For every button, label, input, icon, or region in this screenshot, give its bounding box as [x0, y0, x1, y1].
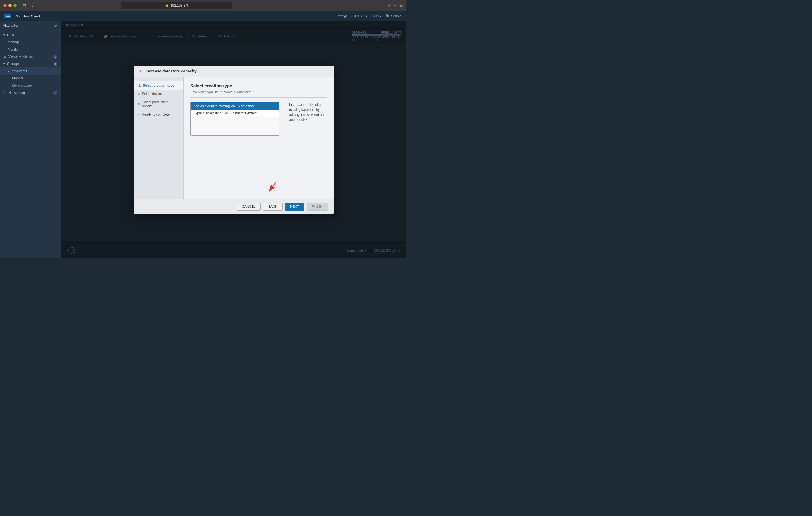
back-button[interactable]: BACK — [263, 203, 283, 210]
main-layout: Navigator ≫ ▾ Host Manage Monitor ⊞ V — [0, 21, 406, 258]
selection-description: Increase the size of an existing datasto… — [289, 102, 327, 122]
dialog-content-title: Select creation type — [190, 84, 327, 89]
modal-overlay: +↑ Increase datastore capacity 1 Select … — [61, 21, 406, 258]
sidebar-item-vms[interactable]: ⊞ Virtual Machines 2 — [0, 53, 61, 60]
next-arrow-pointer — [265, 181, 281, 195]
sidebar-item-monitor-storage[interactable]: Monitor — [0, 75, 61, 82]
dialog-step-1[interactable]: 1 Select creation type — [134, 81, 183, 90]
next-button[interactable]: NEXT — [285, 203, 304, 210]
vm-logo: vm — [4, 15, 11, 18]
step4-label: Ready to complete — [142, 113, 170, 116]
sidebar-item-datastore1[interactable]: ▸ datastore1 — [0, 67, 61, 75]
browser-dots — [3, 4, 17, 7]
sidebar-header: Navigator ≫ — [0, 21, 61, 30]
sidebar-item-host[interactable]: ▾ Host — [0, 31, 61, 38]
help-menu[interactable]: Help ▾ — [372, 14, 381, 18]
dialog-content: Select creation type How would you like … — [183, 77, 334, 199]
datastore1-label: datastore1 — [12, 69, 28, 73]
more-storage-label: More storage... — [12, 84, 35, 87]
dialog-step-2[interactable]: 2 Select device — [134, 90, 183, 98]
sidebar-item-storage[interactable]: ▾ Storage 1 — [0, 60, 61, 67]
step4-num: 4 — [138, 113, 140, 116]
monitor-host-label: Monitor — [8, 48, 19, 51]
url-text: 192.168.8.8 — [171, 4, 188, 7]
host-icon: ▾ — [3, 33, 5, 37]
dialog-header-icon: +↑ — [139, 69, 143, 73]
networking-label: Networking — [8, 91, 25, 95]
user-chevron-icon: ▾ — [366, 14, 367, 18]
step2-label: Select device — [142, 92, 162, 96]
cancel-button[interactable]: CANCEL — [237, 203, 261, 210]
address-bar[interactable]: 🔒 192.168.8.8 — [121, 2, 232, 9]
minimize-dot[interactable] — [8, 4, 12, 7]
sidebar-item-networking[interactable]: ⬡ Networking 2 — [0, 89, 61, 96]
sidebar-toggle-btn[interactable]: ⊡ — [21, 3, 28, 8]
share-icon[interactable]: ⎋ — [388, 3, 390, 8]
sidebar-section: ▾ Host Manage Monitor ⊞ Virtual Machines… — [0, 30, 61, 97]
sidebar-item-manage[interactable]: Manage — [0, 38, 61, 46]
svg-line-1 — [269, 182, 276, 192]
vms-icon: ⊞ — [3, 55, 6, 59]
help-chevron-icon: ▾ — [380, 14, 381, 18]
content-area: ▣ datastore1 ⊞ Register a VM 📁 Datastore… — [61, 21, 406, 258]
sidebar-item-monitor-host[interactable]: Monitor — [0, 46, 61, 53]
vms-label: Virtual Machines — [8, 55, 33, 59]
manage-label: Manage — [8, 40, 20, 44]
vms-badge: 2 — [53, 55, 57, 59]
lock-icon: 🔒 — [165, 4, 169, 7]
close-dot[interactable] — [3, 4, 7, 7]
search-btn[interactable]: 🔍 Search — [386, 14, 402, 18]
search-label: Search — [391, 14, 402, 18]
sidebar: Navigator ≫ ▾ Host Manage Monitor ⊞ V — [0, 21, 61, 258]
dialog-steps: 1 Select creation type 2 Select device 3… — [134, 77, 183, 199]
dialog-header: +↑ Increase datastore capacity — [134, 65, 334, 77]
dialog-step-4[interactable]: 4 Ready to complete — [134, 110, 183, 119]
browser-nav: ⊡ ‹ › — [21, 3, 41, 8]
step2-num: 2 — [138, 92, 140, 95]
topbar-title: ESXi Host Client — [13, 14, 40, 18]
storage-label: Storage — [7, 62, 19, 66]
user-menu[interactable]: root@192.168.8.8 ▾ — [338, 14, 367, 18]
finish-button[interactable]: FINISH — [307, 203, 328, 210]
sidebar-collapse-btn[interactable]: ≫ — [53, 23, 57, 28]
networking-badge: 2 — [53, 91, 57, 95]
networking-icon: ⬡ — [3, 91, 6, 95]
back-btn[interactable]: ‹ — [30, 3, 35, 8]
topbar-right: root@192.168.8.8 ▾ Help ▾ 🔍 Search — [338, 14, 402, 18]
monitor-storage-label: Monitor — [12, 76, 23, 80]
dialog: +↑ Increase datastore capacity 1 Select … — [134, 65, 334, 214]
maximize-dot[interactable] — [13, 4, 17, 7]
storage-badge: 1 — [53, 62, 57, 66]
new-tab-icon[interactable]: ＋ — [393, 3, 397, 8]
dialog-body: 1 Select creation type 2 Select device 3… — [134, 77, 334, 199]
selection-area: Add an extent to existing VMFS datastore… — [190, 102, 327, 136]
option-expand-extent[interactable]: Expand an existing VMFS datastore extent — [191, 110, 279, 117]
tabs-icon[interactable]: ⧉ — [400, 3, 403, 8]
help-label: Help — [372, 14, 378, 18]
sidebar-title: Navigator — [3, 24, 19, 28]
step3-num: 3 — [138, 103, 140, 106]
search-icon: 🔍 — [386, 14, 390, 18]
selection-list: Add an extent to existing VMFS datastore… — [190, 102, 279, 136]
browser-chrome: ⊡ ‹ › 🔒 192.168.8.8 ⎋ ＋ ⧉ — [0, 0, 406, 11]
sidebar-item-more-storage[interactable]: More storage... — [0, 82, 61, 89]
topbar: vm ESXi Host Client root@192.168.8.8 ▾ H… — [0, 11, 406, 21]
host-label: Host — [7, 33, 14, 37]
dialog-header-title: Increase datastore capacity — [146, 69, 197, 73]
step1-num: 1 — [139, 84, 141, 87]
option-add-extent[interactable]: Add an extent to existing VMFS datastore — [191, 103, 279, 110]
browser-actions: ⎋ ＋ ⧉ — [388, 3, 403, 8]
topbar-left: vm ESXi Host Client — [4, 14, 40, 18]
app: vm ESXi Host Client root@192.168.8.8 ▾ H… — [0, 11, 406, 258]
dialog-step-3[interactable]: 3 Select partitioning options — [134, 98, 183, 110]
dialog-footer: CANCEL BACK NEXT FINISH — [134, 199, 334, 214]
list-box-inner: Add an extent to existing VMFS datastore… — [191, 103, 279, 135]
step1-label: Select creation type — [143, 84, 174, 87]
storage-icon: ▾ — [3, 62, 5, 66]
dialog-content-subtitle: How would you like to create a datastore… — [190, 90, 327, 98]
user-label: root@192.168.8.8 — [338, 14, 364, 18]
step3-label: Select partitioning options — [142, 100, 179, 108]
forward-btn[interactable]: › — [37, 3, 42, 8]
datastore-icon: ▸ — [8, 69, 9, 73]
